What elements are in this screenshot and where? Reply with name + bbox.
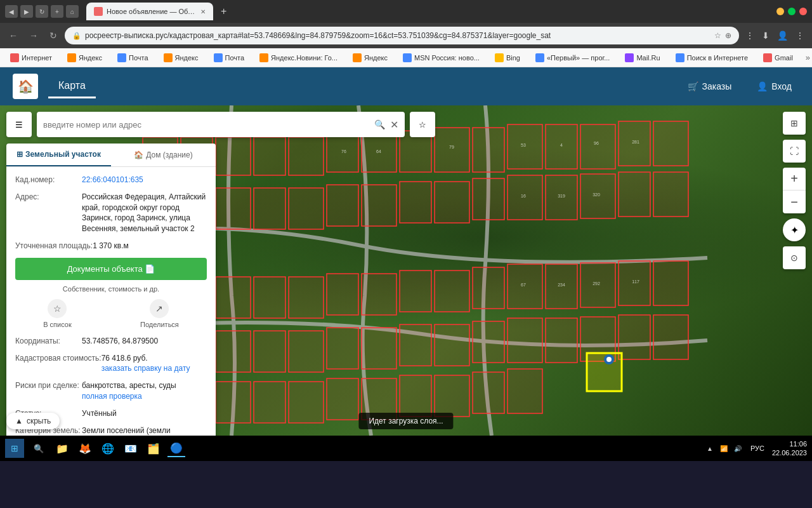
hide-panel-btn[interactable]: ▲ скрыть xyxy=(6,413,60,429)
bookmark-yandex-news[interactable]: Яндекс.Новини: Го... xyxy=(254,52,343,64)
refresh-nav-btn[interactable]: ↻ xyxy=(46,28,61,43)
favorites-btn[interactable]: ☆ xyxy=(410,112,435,137)
cart-btn[interactable]: 🛒 Заказы xyxy=(680,77,740,95)
app-logo[interactable]: 🏠 xyxy=(13,74,38,99)
bookmark-search[interactable]: Поиск в Интернете xyxy=(671,52,753,64)
bookmark-label: Яндекс xyxy=(79,54,102,62)
download-btn[interactable]: ⬇ xyxy=(759,28,772,43)
bookmark-internet[interactable]: Интернет xyxy=(5,52,57,64)
profile-btn[interactable]: 👤 xyxy=(775,28,790,43)
taskbar-icon-1[interactable]: 📁 xyxy=(53,439,71,457)
taskbar-icon-4[interactable]: 📧 xyxy=(122,439,140,457)
location-btn[interactable]: ⊙ xyxy=(783,246,806,269)
search-clear-icon[interactable]: ✕ xyxy=(390,119,398,131)
browser-chrome: ◀ ▶ ↻ + ⌂ Новое объявление — Объявле... … xyxy=(0,0,812,67)
bookmark-yandex1[interactable]: Яндекс xyxy=(62,52,107,64)
tab-building-label: Дом (здание) xyxy=(146,150,192,159)
login-btn[interactable]: 👤 Вход xyxy=(749,77,799,95)
bookmark-mailru[interactable]: Mail.Ru xyxy=(620,52,665,64)
map-wrapper[interactable]: 255256 108 76 64 79 53 4 96 281 16 319 3… xyxy=(0,105,812,436)
svg-rect-17 xyxy=(216,188,251,229)
close-btn[interactable] xyxy=(799,8,807,15)
back-nav-btn[interactable]: ← xyxy=(5,28,22,43)
search-box[interactable]: 🔍 ✕ xyxy=(37,112,405,137)
extensions-btn[interactable]: ⋮ xyxy=(743,28,757,43)
risks-link[interactable]: полная проверка xyxy=(82,392,142,401)
cadastre-cost-label: Кадастровая стоимость: xyxy=(15,353,102,375)
panel-body: Кад.номер: 22:66:040101:635 Адрес: Росси… xyxy=(6,167,216,436)
sidebar-menu-btn[interactable]: ☰ xyxy=(6,112,32,137)
new-tab-btn[interactable]: + xyxy=(51,5,63,18)
systray-chevron[interactable]: ▲ xyxy=(705,443,715,453)
add-to-list-btn[interactable]: ☆ В список xyxy=(43,299,72,328)
svg-text:234: 234 xyxy=(558,283,565,287)
bookmark-label: Яндекс xyxy=(364,54,388,62)
bookmark-yandex3[interactable]: Яндекс xyxy=(348,52,393,64)
minimize-btn[interactable] xyxy=(776,8,784,15)
home-btn[interactable]: ⌂ xyxy=(66,5,79,18)
share-btn[interactable]: ↗ Поделиться xyxy=(140,299,179,328)
taskbar-active-chrome[interactable]: 🔵 xyxy=(167,439,185,457)
bookmark-label: Поиск в Интернете xyxy=(687,54,748,62)
taskbar-search-btn[interactable]: 🔍 xyxy=(29,439,48,458)
back-browser-btn[interactable]: ◀ xyxy=(5,5,18,18)
bookmark-icon xyxy=(495,53,504,62)
svg-rect-55 xyxy=(508,318,542,363)
bookmark-perviy[interactable]: «Первый» — прог... xyxy=(530,52,615,64)
bookmark-icon xyxy=(353,53,362,62)
svg-text:117: 117 xyxy=(632,279,639,284)
new-tab-plus[interactable]: + xyxy=(216,6,232,17)
start-btn[interactable]: ⊞ xyxy=(5,439,24,458)
cadastre-number-value[interactable]: 22:66:040101:635 xyxy=(82,175,143,185)
nav-map[interactable]: Карта xyxy=(48,75,96,98)
taskbar-icon-2[interactable]: 🦊 xyxy=(76,439,94,457)
cadastre-number-row: Кад.номер: 22:66:040101:635 xyxy=(15,175,207,185)
bookmarks-more-icon[interactable]: » xyxy=(803,53,812,62)
svg-rect-36 xyxy=(362,274,396,315)
language-indicator[interactable]: РУС xyxy=(748,444,767,452)
svg-rect-2 xyxy=(216,137,251,175)
docs-btn[interactable]: Документы объекта 📄 xyxy=(15,258,207,280)
bookmark-icon xyxy=(535,53,544,62)
bookmark-bing[interactable]: Bing xyxy=(490,52,525,64)
svg-rect-24 xyxy=(473,178,504,220)
bookmark-gmail[interactable]: Gmail xyxy=(758,52,798,64)
tab-building[interactable]: 🏠 Дом (здание) xyxy=(111,144,216,166)
search-input[interactable] xyxy=(43,120,369,130)
active-tab[interactable]: Новое объявление — Объявле... ✕ xyxy=(86,3,213,20)
bookmark-icon xyxy=(67,53,76,62)
fullscreen-icon: ⛶ xyxy=(790,146,799,156)
svg-rect-67 xyxy=(400,375,431,417)
tab-close-icon[interactable]: ✕ xyxy=(200,8,206,15)
add-to-list-label: В список xyxy=(43,321,72,328)
menu-btn-browser[interactable]: ⋮ xyxy=(793,28,807,43)
tab-land-plot[interactable]: ⊞ Земельный участок xyxy=(6,144,111,166)
bookmark-msn[interactable]: MSN Россия: ново... xyxy=(398,52,485,64)
refresh-btn[interactable]: ↻ xyxy=(36,5,48,18)
svg-rect-48 xyxy=(254,331,285,372)
bookmark-star-icon[interactable]: ☆ xyxy=(714,31,721,40)
extension-icon[interactable]: ⊕ xyxy=(725,31,731,40)
svg-rect-65 xyxy=(327,378,358,420)
fullscreen-btn[interactable]: ⛶ xyxy=(783,140,806,163)
cart-label: Заказы xyxy=(702,81,732,91)
app-header: 🏠 Карта 🛒 Заказы 👤 Вход xyxy=(0,67,812,105)
bookmark-mail1[interactable]: Почта xyxy=(112,52,154,64)
address-bar[interactable]: 🔒 росреестр-выписка.рус/кадастровая_карт… xyxy=(65,27,739,44)
bookmark-mail2[interactable]: Почта xyxy=(209,52,250,64)
fwd-nav-btn[interactable]: → xyxy=(25,28,42,43)
layers-btn[interactable]: ⊞ xyxy=(783,112,806,135)
cadastre-cost-link[interactable]: заказать справку на дату xyxy=(102,364,190,373)
svg-rect-18 xyxy=(254,188,285,229)
compass-btn[interactable]: ✦ xyxy=(783,218,806,241)
taskbar-icon-5[interactable]: 🗂️ xyxy=(145,439,162,457)
zoom-in-btn[interactable]: + xyxy=(783,168,806,190)
svg-rect-20 xyxy=(327,185,358,226)
svg-rect-4 xyxy=(289,137,324,175)
maximize-btn[interactable] xyxy=(788,8,796,15)
zoom-out-btn[interactable]: − xyxy=(783,190,806,213)
fwd-browser-btn[interactable]: ▶ xyxy=(20,5,33,18)
search-icon[interactable]: 🔍 xyxy=(374,119,385,130)
taskbar-icon-3[interactable]: 🌐 xyxy=(99,439,117,457)
bookmark-yandex2[interactable]: Яндекс xyxy=(159,52,204,64)
